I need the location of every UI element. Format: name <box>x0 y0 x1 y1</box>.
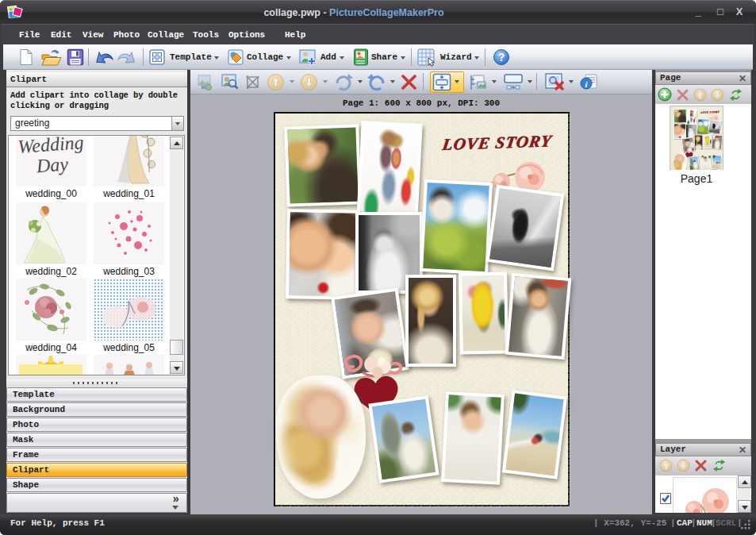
svg-text:?: ? <box>498 51 505 64</box>
